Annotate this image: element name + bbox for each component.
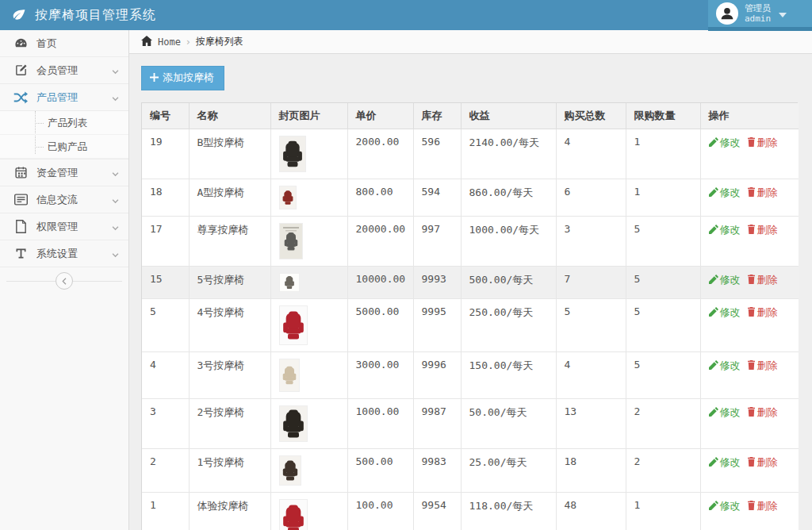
sidebar-item-product-list[interactable]: 产品列表	[0, 111, 128, 135]
cell-price: 5000.00	[347, 299, 413, 352]
chevron-down-icon	[112, 246, 119, 261]
sidebar-item-label: 系统设置	[36, 247, 78, 261]
cell-limit: 1	[626, 129, 700, 179]
chevron-down-icon	[112, 90, 119, 105]
cell-limit: 1	[626, 179, 700, 217]
add-massage-chair-button[interactable]: 添加按摩椅	[141, 66, 224, 90]
cell-price: 2000.00	[347, 129, 413, 179]
pencil-icon	[709, 187, 718, 199]
trash-icon	[747, 407, 756, 419]
column-header: 封页图片	[270, 103, 347, 129]
cell-actions: 修改 删除	[700, 449, 799, 493]
sidebar-item-funds[interactable]: 资金管理	[0, 159, 128, 186]
cell-actions: 修改 删除	[700, 217, 799, 267]
sidebar-item-messages[interactable]: 信息交流	[0, 186, 128, 213]
cell-price: 100.00	[347, 493, 413, 530]
edit-icon	[13, 63, 29, 77]
cell-stock: 9995	[413, 299, 461, 352]
cell-name: 3号按摩椅	[189, 352, 270, 399]
sidebar-item-settings[interactable]: 系统设置	[0, 240, 128, 267]
sidebar-item-label: 产品管理	[36, 90, 78, 105]
add-button-label: 添加按摩椅	[163, 71, 214, 85]
cell-price: 20000.00	[347, 217, 413, 267]
cell-name: 4号按摩椅	[189, 299, 270, 352]
pencil-icon	[709, 407, 718, 419]
delete-link[interactable]: 删除	[747, 273, 778, 287]
cell-bought: 4	[556, 352, 626, 399]
product-image	[279, 405, 308, 442]
cell-image	[270, 267, 347, 299]
cell-actions: 修改 删除	[700, 299, 799, 352]
breadcrumb: Home › 按摩椅列表	[129, 30, 812, 54]
table-row: 19 B型按摩椅 2000.00 596 2140.00/每天 4 1 修改 删…	[142, 129, 799, 179]
delete-link[interactable]: 删除	[747, 405, 778, 420]
delete-link[interactable]: 删除	[747, 499, 778, 513]
product-image	[279, 455, 301, 486]
cell-bought: 4	[556, 129, 626, 179]
trash-icon	[747, 457, 756, 469]
sidebar-item-products[interactable]: 产品管理	[0, 84, 128, 111]
column-header: 名称	[189, 103, 270, 129]
edit-link[interactable]: 修改	[709, 305, 741, 320]
sidebar-item-members[interactable]: 会员管理	[0, 57, 128, 84]
edit-link[interactable]: 修改	[709, 499, 741, 513]
delete-link[interactable]: 删除	[747, 455, 778, 470]
cell-image	[270, 299, 347, 352]
user-name: admin	[745, 13, 771, 24]
edit-link[interactable]: 修改	[709, 273, 741, 287]
product-image	[279, 359, 300, 392]
user-role: 管理员	[745, 3, 771, 13]
edit-link[interactable]: 修改	[709, 405, 741, 420]
collapse-sidebar-button[interactable]	[56, 272, 73, 290]
delete-link[interactable]: 删除	[747, 359, 778, 373]
sidebar-item-permissions[interactable]: 权限管理	[0, 213, 128, 240]
table-row: 18 A型按摩椅 800.00 594 860.00/每天 6 1 修改 删除	[142, 179, 799, 217]
cell-limit: 5	[626, 352, 700, 399]
sidebar-item-home[interactable]: 首页	[0, 30, 128, 57]
user-menu[interactable]: 管理员 admin	[708, 0, 812, 31]
trash-icon	[747, 307, 756, 319]
sidebar-item-label: 信息交流	[36, 193, 78, 207]
delete-link[interactable]: 删除	[747, 186, 778, 200]
sidebar: 首页 会员管理 产品管理 产品列表 已购产品 资金管理	[0, 30, 129, 530]
chevron-down-icon	[112, 165, 119, 180]
cell-id: 3	[142, 399, 189, 449]
sidebar-item-label: 权限管理	[36, 220, 78, 234]
sidebar-item-purchased-products[interactable]: 已购产品	[0, 135, 128, 159]
table-row: 15 5号按摩椅 10000.00 9993 500.00/每天 7 5 修改 …	[142, 267, 799, 299]
cell-stock: 9996	[413, 352, 461, 399]
cell-actions: 修改 删除	[700, 352, 799, 399]
edit-link[interactable]: 修改	[709, 359, 741, 373]
chevron-down-icon	[779, 6, 787, 21]
shuffle-icon	[13, 91, 29, 104]
breadcrumb-home-link[interactable]: Home	[158, 36, 181, 48]
cell-image	[270, 352, 347, 399]
cell-actions: 修改 删除	[700, 399, 799, 449]
cell-price: 3000.00	[347, 352, 413, 399]
pencil-icon	[709, 137, 718, 149]
edit-link[interactable]: 修改	[709, 186, 741, 200]
cell-profit: 25.00/每天	[461, 449, 556, 493]
delete-link[interactable]: 删除	[747, 305, 778, 320]
cell-id: 2	[142, 449, 189, 493]
delete-link[interactable]: 删除	[747, 136, 778, 150]
edit-link[interactable]: 修改	[709, 223, 741, 237]
cell-actions: 修改 删除	[700, 493, 799, 530]
pencil-icon	[709, 225, 718, 236]
cell-id: 15	[142, 267, 189, 299]
cell-id: 5	[142, 299, 189, 352]
column-header: 单价	[347, 103, 413, 129]
cell-price: 1000.00	[347, 399, 413, 449]
pencil-icon	[709, 307, 718, 319]
cell-id: 18	[142, 179, 189, 217]
edit-link[interactable]: 修改	[709, 136, 741, 150]
cell-bought: 5	[556, 299, 626, 352]
cell-stock: 9993	[413, 267, 461, 299]
product-image	[279, 273, 300, 292]
cell-image	[270, 129, 347, 179]
avatar	[716, 2, 738, 25]
cell-name: B型按摩椅	[189, 129, 270, 179]
edit-link[interactable]: 修改	[709, 455, 741, 470]
delete-link[interactable]: 删除	[747, 223, 778, 237]
pencil-icon	[709, 275, 718, 286]
